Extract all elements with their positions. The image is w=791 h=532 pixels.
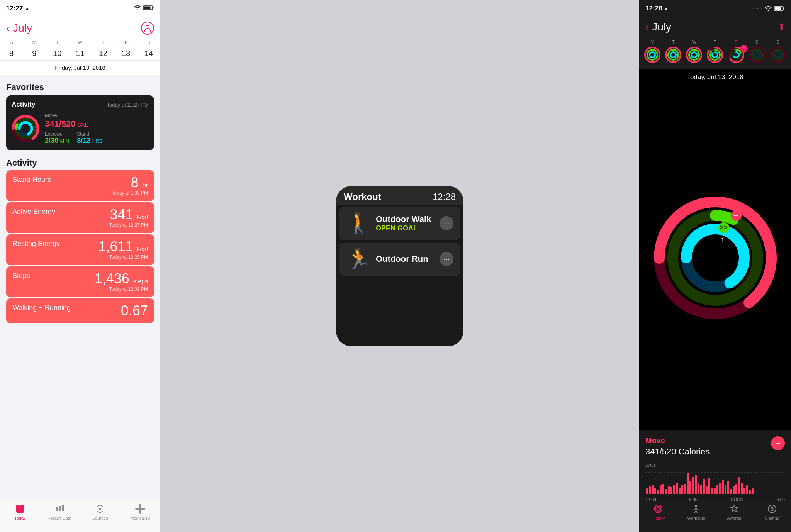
status-icons [134,5,154,12]
svg-rect-62 [646,488,648,494]
week-day-s2[interactable]: S [769,39,786,63]
right-tab-awards[interactable]: Awards [715,503,753,520]
outdoor-walk-goal: OPEN GOAL [376,224,431,232]
week-rings: M T [639,36,791,69]
activity-card[interactable]: Activity Today at 12:27 PM [6,95,154,150]
week-day-t1[interactable]: T [665,39,682,63]
exercise-unit: MIN [60,138,70,144]
svg-marker-112 [731,505,738,512]
move-section: Move 341/520 Calories → 27Cal [639,430,791,500]
stand-item: Stand 8/12 HRS [77,131,103,145]
svg-rect-88 [716,485,718,494]
week-ring-s2 [769,46,786,63]
week-day-t2[interactable]: T [706,39,723,63]
stand-hours-name: Stand Hours [12,176,51,184]
right-panel: 12:28 ▲ · · · · ‹ July ⬆ M [639,0,791,532]
svg-point-55 [775,52,781,58]
day-10[interactable]: 10 [46,49,69,58]
svg-rect-71 [670,487,672,494]
svg-line-111 [696,511,698,513]
walk-more-button[interactable]: ··· [440,216,453,230]
profile-button[interactable] [141,22,154,35]
day-12[interactable]: 12 [92,49,114,58]
day-9[interactable]: 9 [23,49,46,58]
walking-running-card[interactable]: Walking + Running 0.67 [6,298,154,323]
tab-sources[interactable]: Sources [80,503,121,520]
move-detail-arrow[interactable]: → [771,436,785,450]
chart-axis: 12:00 6:00 NOON 6:00 [645,497,785,502]
month-label: July [13,22,32,34]
tab-sources-label: Sources [92,516,108,520]
calendar-back-arrow[interactable]: ‹ [6,22,10,34]
activity-card-title: Activity [12,101,35,108]
day-13-selected[interactable]: 13 [114,49,137,58]
week-ring-t1 [665,46,682,63]
stand-hours-value-group: 8 hr [131,176,148,190]
resting-energy-card[interactable]: Resting Energy 1,611 kcal Today at 12:20… [6,234,154,265]
axis-label-3: NOON [731,497,743,502]
stand-hours-value: 8 hr [131,175,148,190]
selected-date-label: Friday, Jul 13, 2018 [0,61,160,75]
share-button[interactable]: ⬆ [778,22,785,32]
svg-rect-2 [144,7,151,9]
svg-rect-14 [59,506,61,511]
axis-label-4: 6:00 [777,497,785,502]
left-scroll-area[interactable]: Favorites Activity Today at 12:27 PM [0,75,160,532]
tab-health-data-icon [55,503,66,514]
svg-point-54 [773,50,783,60]
week-label-t2: T [714,39,716,45]
move-value-row: 341/520 CAL [45,119,149,129]
svg-rect-85 [708,478,710,494]
svg-rect-96 [738,477,740,494]
watch-title: Workout [344,191,381,202]
resting-energy-time: Today at 12:20 PM [12,254,148,260]
steps-inner: Steps 1,436 steps [12,272,148,286]
svg-point-25 [650,52,655,58]
outdoor-walk-content: 🚶 Outdoor Walk OPEN GOAL [346,212,431,235]
right-tab-workouts[interactable]: Workouts [677,503,715,520]
calendar-days-header: S M T W T F S [0,38,160,47]
week-day-f[interactable]: F F [728,39,745,63]
week-label-m: M [650,39,654,45]
svg-rect-98 [743,488,745,494]
svg-rect-67 [660,485,662,494]
week-day-s1[interactable]: S [749,39,766,63]
right-time: 12:28 [645,5,662,12]
activity-card-header: Activity Today at 12:27 PM [12,101,149,108]
week-day-m[interactable]: M [644,39,661,63]
right-tab-sharing-label: Sharing [765,516,779,520]
day-f: F [114,39,137,45]
active-energy-value-group: 341 kcal [110,208,148,222]
day-14[interactable]: 14 [137,49,160,58]
svg-rect-66 [657,490,659,494]
svg-point-3 [146,25,149,29]
move-info: Move 341/520 Calories [645,436,710,460]
svg-rect-99 [746,485,748,494]
week-ring-f: F [728,46,745,63]
outdoor-run-item[interactable]: 🏃 Outdoor Run ··· [339,243,460,276]
svg-point-29 [668,50,678,60]
right-tab-history[interactable]: History [639,503,677,520]
right-back-arrow[interactable]: ‹ [645,21,649,33]
day-11[interactable]: 11 [69,49,92,58]
tab-health-data[interactable]: Health Data [40,503,80,520]
status-time-group: 12:27 ▲ [6,5,30,12]
right-tab-history-label: History [652,516,665,520]
day-8[interactable]: 8 [0,49,23,58]
tab-medical-id[interactable]: Medical ID [120,503,160,520]
week-day-w[interactable]: W [686,39,703,63]
exercise-value: 2/30 [45,137,58,144]
steps-card[interactable]: Steps 1,436 steps Today at 12:09 PM [6,266,154,297]
svg-rect-80 [695,475,697,494]
exercise-stand: Exercise 2/30 MIN Stand 8/12 HRS [45,131,149,145]
outdoor-walk-item[interactable]: 🚶 Outdoor Walk OPEN GOAL ··· [339,207,460,240]
active-energy-card[interactable]: Active Energy 341 kcal Today at 12:27 PM [6,202,154,233]
run-more-button[interactable]: ··· [440,252,453,266]
right-wifi-icon [765,6,772,11]
right-tab-sharing[interactable]: S Sharing [753,503,791,520]
tab-today[interactable]: Today [0,503,40,520]
calendar-header: ‹ July [0,17,160,38]
stand-hours-inner: Stand Hours 8 hr [12,176,148,190]
stand-hours-card[interactable]: Stand Hours 8 hr Today at 1:00 PM [6,170,154,201]
wifi-icon [134,5,141,12]
